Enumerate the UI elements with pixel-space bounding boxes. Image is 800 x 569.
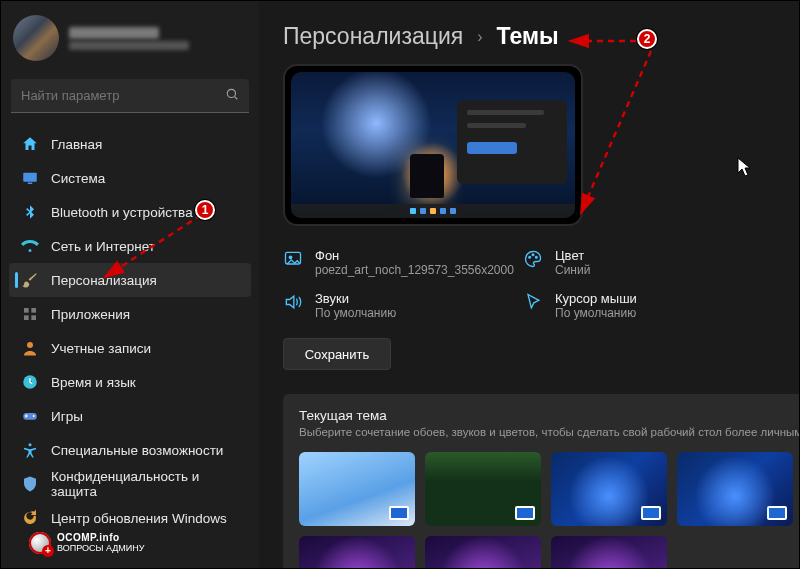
svg-line-1	[235, 97, 238, 100]
breadcrumb: Персонализация › Темы	[283, 23, 799, 50]
sidebar-item-accounts[interactable]: Учетные записи	[9, 331, 251, 365]
theme-thumbnail[interactable]	[551, 536, 667, 568]
sidebar-item-apps[interactable]: Приложения	[9, 297, 251, 331]
home-icon	[21, 135, 39, 153]
profile-text	[69, 27, 189, 50]
svg-rect-4	[24, 308, 29, 313]
sidebar-item-time[interactable]: Время и язык	[9, 365, 251, 399]
theme-thumbnail[interactable]	[425, 452, 541, 526]
sidebar-item-gaming[interactable]: Игры	[9, 399, 251, 433]
breadcrumb-current: Темы	[497, 23, 559, 50]
prop-label: Фон	[315, 248, 514, 263]
theme-thumbnails-row2	[299, 536, 799, 568]
prop-label: Цвет	[555, 248, 590, 263]
gamepad-icon	[21, 407, 39, 425]
svg-rect-2	[23, 173, 37, 182]
sidebar-item-home[interactable]: Главная	[9, 127, 251, 161]
profile-block[interactable]	[13, 15, 247, 61]
cursor-icon	[523, 292, 543, 312]
chevron-right-icon: ›	[477, 28, 482, 46]
annotation-badge-2: 2	[637, 29, 657, 49]
wifi-icon	[21, 237, 39, 255]
sidebar-item-accessibility[interactable]: Специальные возможности	[9, 433, 251, 467]
sidebar-item-label: Главная	[51, 137, 102, 152]
svg-point-12	[29, 443, 32, 446]
apps-icon	[21, 305, 39, 323]
section-subtitle: Выберите сочетание обоев, звуков и цвето…	[299, 426, 799, 438]
watermark-logo-icon	[29, 532, 51, 554]
svg-point-17	[536, 257, 538, 259]
theme-thumbnails-row1	[299, 452, 799, 526]
sidebar-item-network[interactable]: Сеть и Интернет	[9, 229, 251, 263]
avatar	[13, 15, 59, 61]
current-theme-section[interactable]: Текущая тема Выберите сочетание обоев, з…	[283, 394, 799, 568]
sidebar-item-label: Центр обновления Windows	[51, 511, 227, 526]
save-button[interactable]: Сохранить	[283, 338, 391, 370]
prop-value: Синий	[555, 263, 590, 277]
prop-sounds[interactable]: Звуки По умолчанию	[283, 291, 523, 320]
sidebar-item-label: Время и язык	[51, 375, 136, 390]
sidebar-item-label: Система	[51, 171, 105, 186]
breadcrumb-parent[interactable]: Персонализация	[283, 23, 463, 50]
prop-cursor[interactable]: Курсор мыши По умолчанию	[523, 291, 763, 320]
watermark-brand: OCOMP.info	[57, 532, 120, 543]
sidebar-item-label: Конфиденциальность и защита	[51, 469, 239, 499]
watermark: OCOMP.info ВОПРОСЫ АДМИНУ	[29, 532, 145, 554]
theme-thumbnail[interactable]	[677, 452, 793, 526]
prop-label: Звуки	[315, 291, 396, 306]
svg-rect-7	[31, 315, 36, 320]
update-icon	[21, 509, 39, 527]
bluetooth-icon	[21, 203, 39, 221]
nav: Главная Система Bluetooth и устройства С…	[5, 127, 255, 535]
svg-rect-3	[28, 183, 33, 185]
main-content: Персонализация › Темы Фон poezd_art_noch…	[259, 1, 799, 568]
prop-value: По умолчанию	[555, 306, 637, 320]
user-icon	[21, 339, 39, 357]
svg-point-14	[289, 256, 292, 259]
search-box[interactable]	[11, 79, 249, 113]
sidebar-item-label: Приложения	[51, 307, 130, 322]
sidebar-item-label: Игры	[51, 409, 83, 424]
svg-point-8	[27, 342, 33, 348]
search-input[interactable]	[21, 88, 225, 103]
prop-value: По умолчанию	[315, 306, 396, 320]
accessibility-icon	[21, 441, 39, 459]
shield-icon	[21, 475, 39, 493]
prop-background[interactable]: Фон poezd_art_noch_129573_3556x2000	[283, 248, 523, 277]
image-icon	[283, 249, 303, 269]
prop-value: poezd_art_noch_129573_3556x2000	[315, 263, 514, 277]
sidebar-item-label: Персонализация	[51, 273, 157, 288]
svg-rect-6	[24, 315, 29, 320]
sidebar-item-privacy[interactable]: Конфиденциальность и защита	[9, 467, 251, 501]
svg-point-15	[529, 257, 531, 259]
sound-icon	[283, 292, 303, 312]
theme-thumbnail[interactable]	[299, 452, 415, 526]
sidebar-item-label: Специальные возможности	[51, 443, 223, 458]
sidebar-item-personalization[interactable]: Персонализация	[9, 263, 251, 297]
svg-point-11	[33, 415, 35, 417]
sidebar-item-label: Учетные записи	[51, 341, 151, 356]
palette-icon	[523, 249, 543, 269]
sidebar-item-system[interactable]: Система	[9, 161, 251, 195]
svg-point-16	[532, 254, 534, 256]
prop-label: Курсор мыши	[555, 291, 637, 306]
theme-preview	[283, 64, 583, 226]
sidebar-item-update[interactable]: Центр обновления Windows	[9, 501, 251, 535]
search-icon	[225, 87, 239, 104]
sidebar: Главная Система Bluetooth и устройства С…	[1, 1, 259, 568]
theme-properties: Фон poezd_art_noch_129573_3556x2000 Цвет…	[283, 248, 799, 320]
brush-icon	[21, 271, 39, 289]
svg-rect-5	[31, 308, 36, 313]
prop-color[interactable]: Цвет Синий	[523, 248, 763, 277]
sidebar-item-label: Bluetooth и устройства	[51, 205, 193, 220]
theme-thumbnail[interactable]	[425, 536, 541, 568]
clock-icon	[21, 373, 39, 391]
system-icon	[21, 169, 39, 187]
annotation-badge-1: 1	[195, 200, 215, 220]
theme-thumbnail[interactable]	[551, 452, 667, 526]
section-title: Текущая тема	[299, 408, 799, 423]
theme-thumbnail[interactable]	[299, 536, 415, 568]
sidebar-item-label: Сеть и Интернет	[51, 239, 155, 254]
watermark-sub: ВОПРОСЫ АДМИНУ	[57, 543, 145, 553]
svg-point-0	[227, 89, 235, 97]
